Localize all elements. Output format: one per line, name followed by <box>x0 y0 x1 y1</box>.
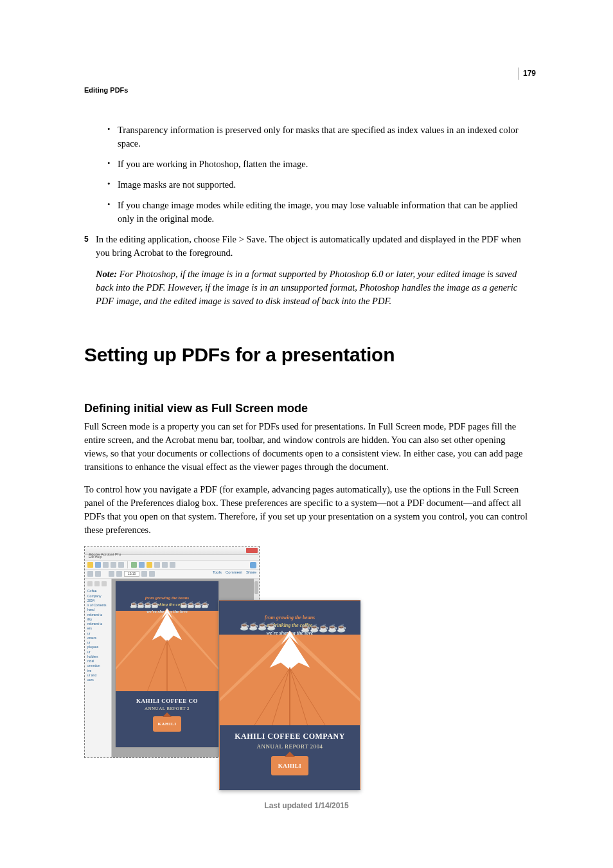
step-5: 5 In the editing application, choose Fil… <box>84 233 530 316</box>
bullet-item: Image masks are not supported. <box>107 178 530 192</box>
bookmark-item[interactable]: ncial <box>87 659 111 664</box>
bookmark-item[interactable]: omers <box>87 636 111 640</box>
task-pane-tabs: Tools Comment Share <box>213 570 256 574</box>
bullet-item: Transparency information is preserved on… <box>107 123 530 150</box>
page: 179 Editing PDFs Transparency informatio… <box>0 0 613 868</box>
bookmark-item[interactable]: Coffee <box>87 589 111 593</box>
create-icon[interactable] <box>87 562 93 568</box>
badge-text: KAHILI <box>157 721 176 727</box>
separator <box>127 561 128 568</box>
pdf-cover-page: from growing the beans to drinking the c… <box>116 581 218 747</box>
bookmark-item[interactable]: ormation <box>87 664 111 668</box>
bullet-list: Transparency information is preserved on… <box>107 123 530 226</box>
beans-icon: ☕☕☕☕ <box>240 622 276 631</box>
bookmark-item[interactable]: ur <box>87 631 111 636</box>
paragraph: Full Screen mode is a property you can s… <box>84 420 530 474</box>
save-icon[interactable] <box>103 562 109 568</box>
close-icon[interactable] <box>246 548 258 553</box>
company-name: KAHILI COFFEE COMPANY <box>220 732 360 741</box>
bookmark-item[interactable]: holders <box>87 655 111 659</box>
running-header: Editing PDFs <box>84 86 128 94</box>
bookmark-item[interactable]: mitment to <box>87 622 111 626</box>
bookmark-item[interactable]: ours <box>87 678 111 682</box>
tool-icon[interactable] <box>139 562 145 568</box>
footer-last-updated: Last updated 1/14/2015 <box>0 801 613 810</box>
zoom-in-icon[interactable] <box>149 571 155 577</box>
page-icon[interactable] <box>95 571 101 577</box>
open-icon[interactable] <box>95 562 101 568</box>
bookmark-item[interactable]: ility <box>87 617 111 622</box>
toolbar-quick <box>85 561 259 570</box>
window-title: Adobe Acrobat Pro <box>85 552 121 556</box>
bookmark-item[interactable]: 2004 <box>87 599 111 603</box>
tagline-line: from growing the beans <box>220 614 360 622</box>
logo-badge: KAHILI <box>271 756 308 775</box>
step-number: 5 <box>84 233 96 316</box>
window-titlebar: Adobe Acrobat Pro <box>85 547 259 555</box>
bookmarks-panel: Coffee Company 2004 s of Contents hand m… <box>85 579 112 757</box>
panel-tab-icon[interactable] <box>102 581 107 586</box>
section-heading: Setting up PDFs for a presentation <box>84 344 530 366</box>
bookmark-item[interactable]: s of Contents <box>87 603 111 608</box>
page-thumb-icon[interactable] <box>87 571 93 577</box>
report-title: ANNUAL REPORT 2004 <box>220 743 360 750</box>
figure: Adobe Acrobat Pro Edit Help <box>84 546 360 790</box>
zoom-out-icon[interactable] <box>141 571 147 577</box>
note-label: Note: <box>96 269 117 279</box>
bookmark-item[interactable]: ployees <box>87 645 111 649</box>
tool-icon[interactable] <box>170 562 175 568</box>
bullet-item: If you are working in Photoshop, flatten… <box>107 158 530 171</box>
cover-footer: KAHILI COFFEE COMPANY ANNUAL REPORT 2004… <box>220 725 360 790</box>
panel-tab-icon[interactable] <box>94 581 100 586</box>
report-title: ANNUAL REPORT 2 <box>116 706 218 711</box>
tool-icon[interactable] <box>131 562 137 568</box>
print-icon[interactable] <box>111 562 116 568</box>
bookmark-item[interactable]: hand <box>87 608 111 612</box>
page-number: 179 <box>519 68 536 80</box>
page-number-field[interactable]: 12/15 <box>124 571 139 577</box>
badge-peak-icon <box>285 752 295 757</box>
cloud-icon[interactable] <box>250 562 256 568</box>
tool-icon[interactable] <box>147 562 152 568</box>
subsection-heading: Defining initial view as Full Screen mod… <box>84 402 530 415</box>
bookmark-item[interactable]: ur and <box>87 673 111 678</box>
scroll-thumb[interactable] <box>254 581 258 594</box>
panel-tab-icon[interactable] <box>87 581 93 586</box>
tab-comment[interactable]: Comment <box>226 570 242 574</box>
prev-page-icon[interactable] <box>109 571 114 577</box>
step-body: In the editing application, choose File … <box>96 233 530 316</box>
bookmark-item[interactable]: Company <box>87 594 111 599</box>
mail-icon[interactable] <box>118 562 124 568</box>
next-page-icon[interactable] <box>116 571 122 577</box>
tab-share[interactable]: Share <box>246 570 256 574</box>
bookmark-item[interactable]: ive <box>87 669 111 673</box>
company-name: KAHILI COFFEE CO <box>116 698 218 704</box>
note-text: For Photoshop, if the image is in a form… <box>96 269 517 306</box>
paragraph: To control how you navigate a PDF (for e… <box>84 483 530 537</box>
cover-footer: KAHILI COFFEE CO ANNUAL REPORT 2 KAHILI <box>116 691 218 748</box>
badge-peak-icon <box>163 712 172 717</box>
bookmarks-list: Coffee Company 2004 s of Contents hand m… <box>85 589 111 682</box>
fullscreen-cover-page: from growing the beans to drinking the c… <box>219 600 360 790</box>
note: Note: For Photoshop, if the image is in … <box>96 267 530 308</box>
logo-badge: KAHILI <box>153 716 181 732</box>
bookmark-item[interactable]: mitment to <box>87 613 111 617</box>
badge-text: KAHILI <box>278 763 302 769</box>
bookmark-item[interactable]: ers <box>87 626 111 631</box>
bookmark-item[interactable]: ur <box>87 650 111 655</box>
content-area: Transparency information is preserved on… <box>84 123 530 790</box>
tool-icon[interactable] <box>162 562 168 568</box>
tagline-line: from growing the beans <box>116 595 218 602</box>
tool-icon[interactable] <box>154 562 160 568</box>
tab-tools[interactable]: Tools <box>213 570 222 574</box>
bookmark-item[interactable]: ur <box>87 640 111 645</box>
step-text: In the editing application, choose File … <box>96 233 530 260</box>
bullet-item: If you change image modes while editing … <box>107 199 530 226</box>
